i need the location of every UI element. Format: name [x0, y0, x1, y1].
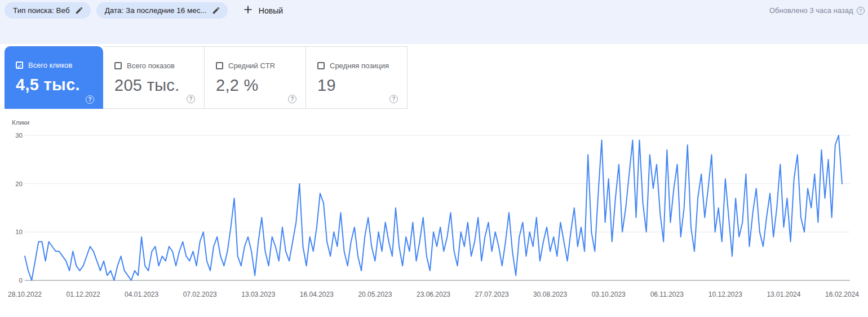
- date-filter-label: Дата: За последние 16 мес...: [105, 6, 207, 15]
- y-axis-tick-label: 10: [15, 228, 23, 235]
- search-console-performance-page: Тип поиска: Веб Дата: За последние 16 ме…: [0, 0, 868, 317]
- x-axis-tick-label: 03.10.2023: [592, 290, 626, 298]
- card-header: ✓ Всего кликов: [16, 61, 95, 69]
- metric-value: 205 тыс.: [114, 76, 196, 95]
- x-axis-tick-label: 13.03.2023: [241, 290, 275, 298]
- help-icon[interactable]: ?: [86, 95, 94, 104]
- x-axis-tick-label: 27.07.2023: [475, 290, 509, 298]
- x-axis-tick-label: 04.01.2023: [125, 290, 158, 298]
- x-axis-tick-label: 01.12.2022: [67, 290, 100, 298]
- x-axis-tick-label: 28.10.2022: [8, 290, 42, 298]
- metric-label: Средняя позиция: [330, 61, 389, 70]
- last-updated-text: Обновлено 3 часа назад: [769, 6, 853, 15]
- x-axis-tick-label: 30.08.2023: [533, 290, 567, 298]
- metric-value: 4,5 тыс.: [16, 76, 95, 94]
- search-type-filter-label: Тип поиска: Веб: [13, 6, 70, 15]
- metric-label: Всего кликов: [28, 61, 72, 69]
- x-axis-tick-label: 16.02.2024: [825, 290, 859, 298]
- date-filter-chip[interactable]: Дата: За последние 16 мес...: [96, 2, 228, 19]
- checkbox-unchecked-icon[interactable]: [114, 62, 122, 69]
- new-filter-button[interactable]: Новый: [238, 2, 289, 19]
- y-axis-tick-label: 0: [19, 277, 23, 284]
- edit-pencil-icon[interactable]: [212, 6, 220, 15]
- x-axis-tick-label: 13.01.2024: [767, 290, 800, 298]
- help-icon[interactable]: ?: [389, 95, 398, 103]
- clicks-series-line: [25, 135, 842, 280]
- help-icon[interactable]: ?: [288, 95, 296, 103]
- metric-label: Средний CTR: [228, 61, 275, 70]
- y-axis-tick-label: 30: [15, 132, 23, 139]
- metric-cards: ✓ Всего кликов 4,5 тыс. ? Всего показов …: [5, 46, 408, 109]
- search-type-filter-chip[interactable]: Тип поиска: Веб: [5, 2, 91, 19]
- clicks-line-chart[interactable]: 0102030Клики28.10.202201.12.202204.01.20…: [0, 110, 868, 317]
- y-axis-tick-label: 20: [15, 180, 23, 187]
- new-filter-button-label: Новый: [259, 6, 283, 15]
- checkbox-checked-icon[interactable]: ✓: [16, 61, 23, 69]
- metric-value: 2,2 %: [216, 76, 298, 95]
- metric-card-total-clicks[interactable]: ✓ Всего кликов 4,5 тыс. ?: [5, 46, 103, 109]
- metric-label: Всего показов: [127, 61, 175, 70]
- metric-value: 19: [317, 76, 399, 95]
- help-icon[interactable]: ?: [187, 95, 195, 103]
- x-axis-tick-label: 20.05.2023: [358, 290, 392, 298]
- card-header: Средняя позиция: [317, 61, 399, 70]
- plus-icon: [243, 5, 253, 16]
- card-header: Всего показов: [114, 61, 196, 70]
- checkbox-unchecked-icon[interactable]: [216, 62, 223, 69]
- filter-bar: Тип поиска: Веб Дата: За последние 16 ме…: [0, 0, 868, 44]
- metric-card-total-impressions[interactable]: Всего показов 205 тыс. ?: [103, 46, 205, 109]
- help-icon[interactable]: ?: [857, 7, 865, 15]
- last-updated-status: Обновлено 3 часа назад ?: [769, 6, 865, 15]
- y-axis-title: Клики: [12, 119, 29, 126]
- x-axis-tick-label: 16.04.2023: [300, 290, 334, 298]
- x-axis-tick-label: 10.12.2023: [708, 290, 742, 298]
- edit-pencil-icon[interactable]: [75, 6, 83, 15]
- filters: Тип поиска: Веб Дата: За последние 16 ме…: [5, 2, 289, 19]
- x-axis-tick-label: 23.06.2023: [417, 290, 450, 298]
- checkbox-unchecked-icon[interactable]: [317, 62, 325, 69]
- card-header: Средний CTR: [216, 61, 298, 70]
- x-axis-tick-label: 07.02.2023: [183, 290, 217, 298]
- metric-card-average-ctr[interactable]: Средний CTR 2,2 % ?: [205, 46, 306, 109]
- metric-card-average-position[interactable]: Средняя позиция 19 ?: [306, 46, 408, 109]
- x-axis-tick-label: 06.11.2023: [650, 290, 684, 298]
